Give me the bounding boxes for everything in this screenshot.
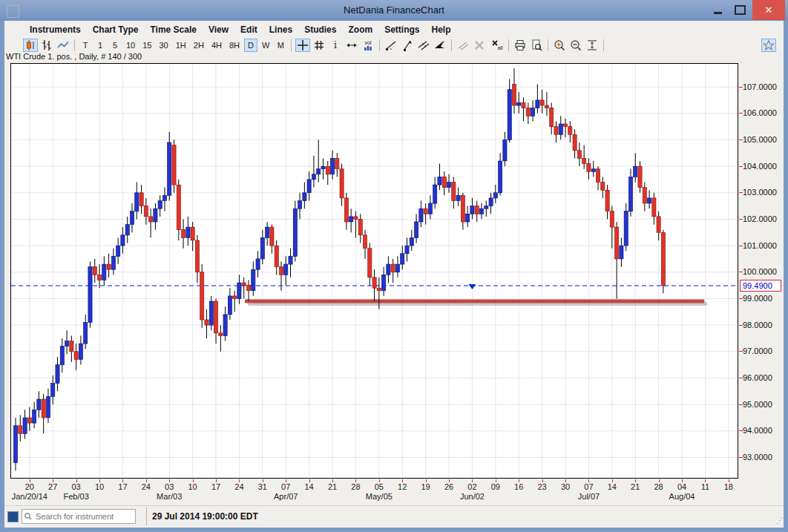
- zoom-out-button[interactable]: [568, 39, 583, 52]
- toolbar-separator: [291, 39, 292, 51]
- svg-text:all: all: [498, 45, 503, 50]
- print-button[interactable]: [513, 39, 528, 52]
- close-button[interactable]: ✕: [752, 0, 785, 20]
- timeframe-2h-button[interactable]: 2H: [191, 39, 207, 52]
- delete-all-lines-button[interactable]: all: [488, 39, 505, 52]
- resize-grip[interactable]: ⋰: [776, 516, 784, 525]
- candlestick-chart-icon: [24, 39, 37, 52]
- status-separator: [146, 508, 147, 525]
- svg-text:i: i: [334, 40, 337, 50]
- menu-item-studies[interactable]: Studies: [298, 23, 342, 36]
- window-title: NetDania FinanceChart: [0, 4, 788, 16]
- close-icon: ✕: [765, 4, 773, 16]
- zoom-out-icon: [569, 39, 582, 52]
- delete-all-lines-icon: all: [489, 39, 504, 52]
- trend-line-icon: [384, 39, 398, 52]
- timeframe-4h-button[interactable]: 4H: [209, 39, 225, 52]
- line-chart-icon: [56, 39, 70, 52]
- crosshair-button[interactable]: [295, 39, 310, 52]
- timeframe-10-button[interactable]: 10: [123, 39, 138, 52]
- delete-line-button[interactable]: [472, 39, 487, 52]
- info-button[interactable]: i: [328, 39, 343, 52]
- channel-lines-button[interactable]: [416, 39, 431, 52]
- trend-line-button[interactable]: [384, 39, 398, 52]
- menu-item-chart-type[interactable]: Chart Type: [87, 23, 145, 36]
- menu-item-view[interactable]: View: [203, 23, 234, 36]
- minimize-button[interactable]: [706, 0, 729, 20]
- info-icon: i: [329, 39, 342, 52]
- favorite-star-icon: [762, 39, 775, 52]
- parallel-lines-icon: [456, 39, 470, 52]
- volume-icon: vol: [361, 39, 375, 52]
- toolbar-separator: [508, 39, 509, 51]
- vertical-trend-line-icon: [401, 39, 414, 52]
- print-icon: [513, 39, 527, 52]
- delete-line-icon: [473, 39, 486, 52]
- menu-bar: InstrumentsChart TypeTime ScaleViewEditL…: [4, 22, 784, 37]
- candlestick-chart[interactable]: [10, 63, 738, 479]
- horizontal-scale-icon: [345, 39, 358, 52]
- pointer-arrow-icon: [433, 39, 447, 52]
- connection-status-icon: [7, 511, 19, 522]
- timeframe-1-button[interactable]: 1: [93, 39, 107, 52]
- instrument-label: WTI Crude 1. pos. , Daily, # 140 / 300: [6, 52, 142, 62]
- timeframe-w-button[interactable]: W: [259, 39, 272, 52]
- titlebar[interactable]: NetDania FinanceChart ✕: [0, 0, 788, 21]
- pointer-arrow-button[interactable]: [433, 39, 447, 52]
- line-chart-button[interactable]: [56, 39, 70, 52]
- menu-item-lines[interactable]: Lines: [263, 23, 298, 36]
- last-price-badge: 99.4900: [740, 280, 781, 292]
- print-preview-button[interactable]: [529, 39, 544, 52]
- toolbar-separator: [603, 39, 604, 51]
- toolbar-separator: [451, 39, 452, 51]
- window-border-bottom: [0, 527, 788, 532]
- crosshair-icon: [296, 39, 309, 52]
- grid-icon: [312, 39, 326, 52]
- vertical-trend-line-button[interactable]: [400, 39, 415, 52]
- status-bar: 29 Jul 2014 19:00:00 EDT ⋰: [4, 505, 784, 528]
- fit-vertical-button[interactable]: [585, 39, 600, 52]
- toolbar-separator: [548, 39, 548, 51]
- timeframe-30-button[interactable]: 30: [157, 39, 171, 52]
- timeframe-m-button[interactable]: M: [274, 39, 287, 52]
- fit-vertical-icon: [585, 39, 599, 52]
- ohlc-bar-chart-icon: [40, 39, 53, 52]
- maximize-button[interactable]: [729, 0, 751, 20]
- menu-item-edit[interactable]: Edit: [234, 23, 263, 36]
- maximize-icon: [735, 5, 746, 15]
- timeframe-1h-button[interactable]: 1H: [173, 39, 189, 52]
- timeframe-d-button[interactable]: D: [244, 39, 257, 52]
- candlestick-chart-button[interactable]: [23, 39, 38, 52]
- toolbar-separator: [379, 39, 380, 51]
- channel-lines-icon: [417, 39, 430, 52]
- ohlc-bar-chart-button[interactable]: [39, 39, 54, 52]
- print-preview-icon: [530, 39, 543, 52]
- zoom-in-button[interactable]: [552, 39, 567, 52]
- window-border-right: [784, 21, 788, 528]
- toolbar: T151015301H2H4H8HDWMivolall: [4, 37, 784, 53]
- menu-item-time-scale[interactable]: Time Scale: [144, 23, 202, 36]
- horizontal-scale-button[interactable]: [344, 39, 359, 52]
- menu-item-instruments[interactable]: Instruments: [24, 23, 87, 36]
- zoom-in-icon: [553, 39, 566, 52]
- grid-button[interactable]: [312, 39, 326, 52]
- timeframe-15-button[interactable]: 15: [139, 39, 154, 52]
- parallel-lines-button[interactable]: [456, 39, 470, 52]
- menu-item-help[interactable]: Help: [425, 23, 456, 36]
- menu-item-settings[interactable]: Settings: [378, 23, 425, 36]
- search-icon: [22, 511, 34, 522]
- menu-item-zoom[interactable]: Zoom: [342, 23, 378, 36]
- timeframe-t-button[interactable]: T: [79, 39, 92, 52]
- status-timestamp: 29 Jul 2014 19:00:00 EDT: [152, 511, 258, 522]
- timeframe-5-button[interactable]: 5: [108, 39, 122, 52]
- favorite-star-button[interactable]: [761, 39, 776, 52]
- timeframe-8h-button[interactable]: 8H: [226, 39, 243, 52]
- svg-text:vol: vol: [365, 40, 372, 45]
- toolbar-separator: [74, 39, 75, 51]
- instrument-search-box[interactable]: [22, 509, 136, 524]
- minimize-icon: [714, 12, 722, 14]
- search-input[interactable]: [34, 511, 125, 522]
- volume-button[interactable]: vol: [361, 39, 375, 52]
